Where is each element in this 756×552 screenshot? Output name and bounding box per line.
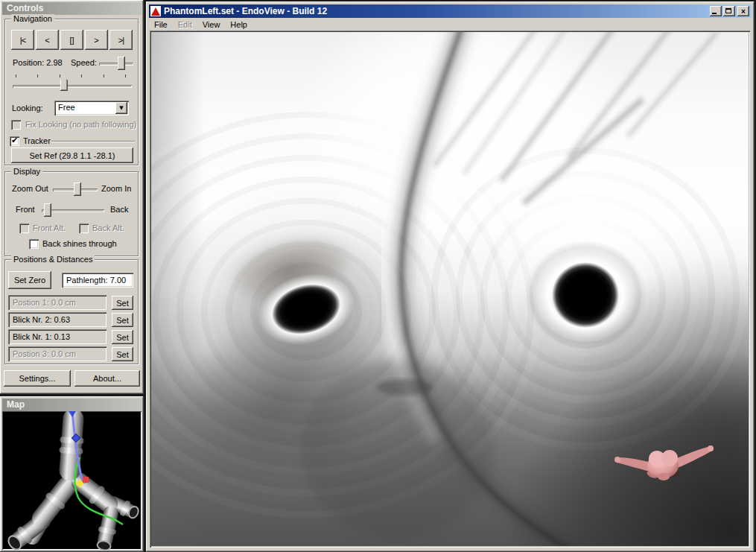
position-readout: Position: 2.98 bbox=[13, 58, 63, 67]
tracker-label: Tracker bbox=[23, 136, 51, 145]
map-tube-right-down bbox=[95, 504, 121, 550]
endoview-window: PhantomLeft.set - EndoView - Build 12 × … bbox=[146, 1, 755, 552]
step-back-icon: < bbox=[45, 36, 49, 45]
front-back-slider-thumb[interactable] bbox=[44, 203, 51, 217]
display-group: Display Zoom Out Zoom In Front Back ✔ Fr… bbox=[4, 171, 139, 256]
map-tube-trunk bbox=[57, 411, 86, 481]
set-button-label: Set bbox=[116, 350, 129, 359]
set-button-label: Set bbox=[116, 299, 129, 308]
stop-button[interactable]: [] bbox=[60, 30, 83, 50]
map-panel-title: Map bbox=[2, 399, 142, 411]
minimize-icon bbox=[712, 13, 717, 14]
stop-icon: [] bbox=[69, 36, 74, 45]
positions-group: Positions & Distances Set Zero Pathlengt… bbox=[4, 259, 139, 364]
set-position-3-button[interactable]: Set bbox=[112, 347, 133, 361]
maximize-button[interactable] bbox=[723, 6, 735, 16]
controls-panel-title: Controls bbox=[2, 2, 142, 15]
blick-1-field: Blick Nr. 1: 0.13 bbox=[8, 329, 107, 344]
navigation-group-label: Navigation bbox=[11, 14, 54, 23]
map-3d-view[interactable] bbox=[2, 411, 142, 550]
step-back-button[interactable]: < bbox=[36, 30, 59, 50]
set-position-1-button[interactable]: Set bbox=[112, 296, 133, 310]
fix-looking-label: Fix Looking (no path following) bbox=[25, 120, 136, 129]
front-label: Front bbox=[16, 205, 35, 214]
pathlength-field: Pathlength: 7.00 bbox=[62, 273, 133, 288]
about-button[interactable]: About... bbox=[74, 370, 140, 387]
front-alt-checkbox: ✔ bbox=[19, 223, 29, 233]
menu-file[interactable]: File bbox=[149, 19, 173, 31]
display-group-label: Display bbox=[11, 167, 42, 176]
minimize-button[interactable] bbox=[710, 6, 722, 16]
set-blick-1-button[interactable]: Set bbox=[112, 330, 133, 344]
maximize-icon bbox=[725, 8, 731, 13]
zoom-slider[interactable] bbox=[53, 188, 98, 191]
back-alt-checkbox: ✔ bbox=[79, 223, 89, 233]
endoscopic-scene bbox=[151, 32, 749, 546]
go-last-icon: >| bbox=[118, 36, 124, 45]
menubar: File Edit View Help bbox=[149, 19, 752, 31]
set-zero-button-label: Set Zero bbox=[14, 276, 45, 285]
back-alt-label: Back Alt. bbox=[92, 223, 124, 232]
step-forward-icon: > bbox=[94, 36, 98, 45]
check-icon: ✔ bbox=[10, 136, 19, 145]
tracker-group-rule bbox=[51, 141, 135, 142]
map-marker-red-square-icon bbox=[83, 477, 89, 483]
set-button-label: Set bbox=[116, 333, 129, 342]
zoom-out-label: Zoom Out bbox=[12, 184, 48, 193]
zoom-slider-thumb[interactable] bbox=[74, 183, 81, 196]
close-button[interactable]: × bbox=[737, 6, 749, 16]
looking-label: Looking: bbox=[12, 104, 43, 112]
back-shines-checkbox[interactable]: ✔ bbox=[29, 239, 39, 249]
go-last-button[interactable]: >| bbox=[109, 30, 133, 50]
zoom-in-label: Zoom In bbox=[101, 184, 131, 193]
speed-label: Speed: bbox=[71, 58, 97, 67]
about-button-label: About... bbox=[93, 374, 121, 383]
position-slider-ticks bbox=[16, 74, 129, 77]
set-ref-button[interactable]: Set Ref (29.8 1.1 -28.1) bbox=[11, 147, 133, 163]
go-first-icon: |< bbox=[20, 36, 25, 45]
endoscopic-viewport[interactable] bbox=[150, 31, 750, 548]
menu-view[interactable]: View bbox=[197, 19, 226, 31]
step-forward-button[interactable]: > bbox=[85, 30, 108, 50]
looking-selected-value: Free bbox=[58, 103, 75, 112]
chevron-down-icon[interactable]: ▼ bbox=[115, 102, 127, 114]
window-titlebar[interactable]: PhantomLeft.set - EndoView - Build 12 × bbox=[149, 4, 752, 18]
map-panel: Map bbox=[0, 396, 144, 552]
set-button-label: Set bbox=[116, 316, 129, 325]
front-alt-label: Front Alt. bbox=[33, 223, 66, 232]
settings-button[interactable]: Settings... bbox=[4, 370, 71, 387]
back-shines-label: Back shines through bbox=[42, 239, 117, 248]
blick-2-field: Blick Nr. 2: 0.63 bbox=[8, 312, 107, 327]
speed-slider-thumb[interactable] bbox=[118, 57, 125, 70]
window-title: PhantomLeft.set - EndoView - Build 12 bbox=[164, 6, 710, 16]
endoview-logo-icon bbox=[150, 6, 161, 16]
looking-select[interactable]: Free ▼ bbox=[54, 101, 129, 115]
set-zero-button[interactable]: Set Zero bbox=[8, 271, 51, 289]
navigation-group: Navigation |< < [] > >| Position: 2.98 S… bbox=[4, 19, 139, 165]
tracker-checkbox[interactable]: ✔ bbox=[10, 136, 19, 146]
positions-group-label: Positions & Distances bbox=[11, 255, 95, 264]
patient-orientation-figure bbox=[609, 436, 721, 495]
speed-slider[interactable] bbox=[99, 63, 133, 66]
menu-help[interactable]: Help bbox=[225, 19, 252, 31]
controls-panel: Controls Navigation |< < [] > >| Positio… bbox=[0, 0, 144, 394]
settings-button-label: Settings... bbox=[19, 374, 56, 383]
fix-looking-checkbox: ✔ bbox=[11, 120, 21, 130]
front-back-slider[interactable] bbox=[42, 209, 104, 212]
menu-edit: Edit bbox=[173, 19, 197, 31]
position-slider-thumb[interactable] bbox=[60, 76, 68, 91]
go-first-button[interactable]: |< bbox=[11, 30, 34, 50]
map-model bbox=[2, 411, 142, 550]
set-ref-button-label: Set Ref (29.8 1.1 -28.1) bbox=[30, 151, 115, 160]
position-3-field: Postion 3: 0.0 cm bbox=[8, 346, 107, 361]
back-label: Back bbox=[110, 205, 128, 214]
orientation-figure-graphic bbox=[609, 436, 721, 495]
position-slider[interactable] bbox=[13, 85, 132, 88]
set-blick-2-button[interactable]: Set bbox=[112, 313, 133, 327]
position-1-field: Postion 1: 0.0 cm bbox=[8, 295, 107, 310]
close-icon: × bbox=[741, 7, 746, 16]
